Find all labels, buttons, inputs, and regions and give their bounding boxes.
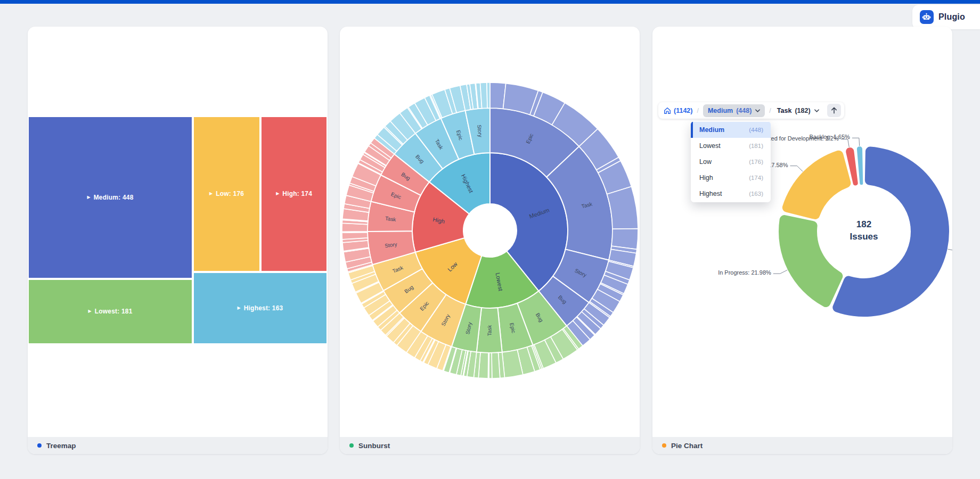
- dropdown-item-label: High: [699, 174, 713, 181]
- brand-name: Plugio: [938, 12, 965, 22]
- treemap-node-label: Highest: 163: [244, 304, 283, 312]
- pie-label-line: [773, 270, 787, 274]
- dropdown-item-high[interactable]: High(174): [691, 170, 771, 186]
- dropdown-item-label: Low: [699, 158, 712, 166]
- treemap-node-label: Low: 176: [216, 190, 244, 197]
- treemap-card-footer: Treemap: [28, 437, 328, 454]
- dropdown-item-medium[interactable]: Medium(448): [691, 122, 771, 138]
- breadcrumb-type-label: Task: [777, 107, 792, 114]
- sunburst-leaf[interactable]: [492, 352, 500, 378]
- treemap-node-highest[interactable]: ▶Highest: 163: [194, 273, 326, 343]
- dropdown-item-highest[interactable]: Highest(163): [691, 186, 771, 202]
- dropdown-item-label: Highest: [699, 190, 722, 197]
- pie-label-line: [790, 166, 803, 172]
- home-icon: [664, 107, 671, 114]
- pie-label-line: [841, 139, 850, 147]
- chevron-down-icon: [755, 109, 760, 112]
- dropdown-item-label: Lowest: [699, 142, 721, 150]
- pie-legend-dot: [662, 443, 666, 448]
- sunburst-card: MediumEpicTaskStoryBugLowestBugEpicTaskS…: [340, 27, 640, 454]
- top-accent-bar: [0, 0, 980, 4]
- breadcrumb-type-count: (182): [795, 107, 810, 114]
- chevron-down-icon: [814, 109, 819, 112]
- pie-center-unit: Issues: [821, 231, 907, 243]
- pie-slice-label: Backlog: 1.65%: [809, 134, 850, 140]
- sunburst-card-title: Sunburst: [358, 442, 390, 450]
- sunburst-leaf[interactable]: [487, 82, 490, 108]
- dropdown-item-count: (448): [749, 127, 763, 133]
- treemap-chart: ▶Medium: 448▶Low: 176▶High: 174▶Lowest: …: [28, 116, 328, 344]
- plugio-logo-icon: [920, 10, 934, 24]
- sunburst-card-footer: Sunburst: [340, 437, 640, 454]
- expand-arrow-icon: ▶: [276, 192, 279, 196]
- pie-card: 182 Issues To Do: 56.59%In Progress: 21.…: [652, 27, 952, 454]
- expand-arrow-icon: ▶: [87, 195, 91, 200]
- breadcrumb: (1142) / Medium (448) / Task (182): [658, 102, 844, 119]
- pie-card-footer: Pie Chart: [652, 437, 952, 454]
- dropdown-item-count: (176): [749, 159, 763, 165]
- sunburst-leaf[interactable]: [480, 82, 487, 108]
- sunburst-type-label: Story: [476, 125, 483, 137]
- pie-center-label: 182 Issues: [821, 219, 907, 243]
- priority-dropdown: Medium(448)Lowest(181)Low(176)High(174)H…: [691, 121, 771, 202]
- dropdown-item-lowest[interactable]: Lowest(181): [691, 138, 771, 154]
- treemap-legend-dot: [37, 443, 42, 448]
- treemap-node-medium[interactable]: ▶Medium: 448: [29, 117, 192, 278]
- expand-arrow-icon: ▶: [88, 309, 92, 313]
- treemap-card: ▶Medium: 448▶Low: 176▶High: 174▶Lowest: …: [28, 27, 328, 454]
- pie-label-line: [852, 138, 860, 146]
- dropdown-item-count: (174): [749, 175, 763, 181]
- sunburst-leaf[interactable]: [342, 232, 368, 239]
- pie-slice-done[interactable]: [782, 151, 851, 219]
- expand-arrow-icon: ▶: [238, 306, 241, 310]
- dropdown-item-low[interactable]: Low(176): [691, 154, 771, 170]
- treemap-node-low[interactable]: ▶Low: 176: [194, 117, 259, 271]
- treemap-node-label: High: 174: [282, 190, 312, 197]
- pie-label-line: [948, 249, 952, 251]
- breadcrumb-separator: /: [769, 107, 771, 114]
- breadcrumb-home[interactable]: (1142): [664, 107, 692, 114]
- breadcrumb-home-count: (1142): [674, 107, 692, 114]
- treemap-node-label: Medium: 448: [94, 194, 134, 201]
- dropdown-item-count: (181): [749, 143, 763, 149]
- pie-chart: [652, 27, 952, 437]
- pie-center-value: 182: [821, 219, 907, 231]
- brand-badge[interactable]: Plugio: [912, 5, 980, 29]
- dropdown-item-count: (163): [749, 191, 763, 197]
- breadcrumb-type-dropdown-trigger[interactable]: Task (182): [775, 107, 821, 114]
- pie-slice-label: In Progress: 21.98%: [718, 269, 771, 276]
- sunburst-chart: MediumEpicTaskStoryBugLowestBugEpicTaskS…: [340, 27, 640, 437]
- treemap-card-title: Treemap: [46, 442, 76, 450]
- sunburst-type-label: Task: [486, 325, 492, 336]
- pie-slice-backlog[interactable]: [857, 146, 863, 185]
- breadcrumb-separator: /: [697, 107, 698, 114]
- drill-up-button[interactable]: [827, 104, 841, 117]
- breadcrumb-priority-dropdown-trigger[interactable]: Medium (448): [703, 104, 765, 117]
- treemap-node-high[interactable]: ▶High: 174: [262, 117, 326, 271]
- arrow-up-icon: [831, 107, 837, 114]
- sunburst-legend-dot: [349, 443, 354, 448]
- breadcrumb-priority-label: Medium: [708, 107, 733, 114]
- pie-card-title: Pie Chart: [671, 442, 703, 450]
- expand-arrow-icon: ▶: [209, 192, 213, 196]
- breadcrumb-priority-count: (448): [736, 107, 752, 114]
- treemap-node-lowest[interactable]: ▶Lowest: 181: [29, 280, 192, 343]
- dropdown-item-label: Medium: [699, 126, 724, 134]
- treemap-node-label: Lowest: 181: [95, 308, 133, 315]
